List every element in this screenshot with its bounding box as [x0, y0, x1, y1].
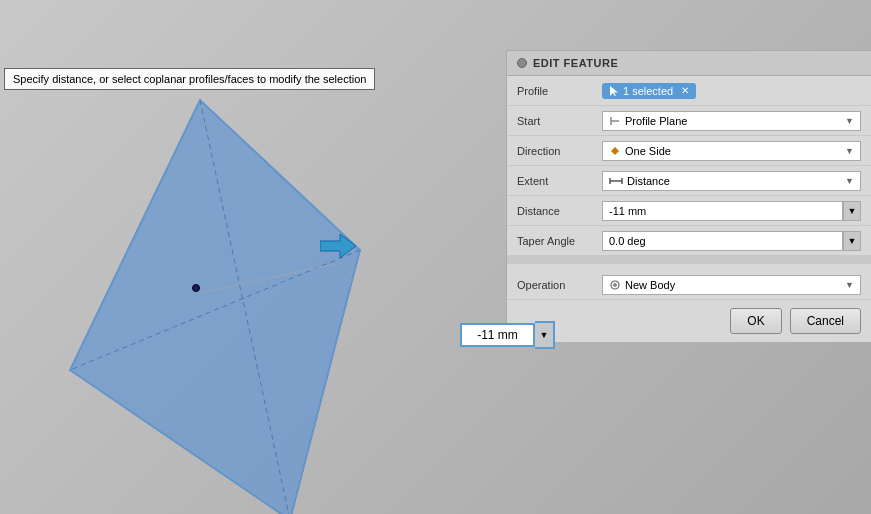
start-icon	[609, 115, 621, 127]
distance-input[interactable]: -11 mm	[602, 201, 843, 221]
direction-dropdown[interactable]: One Side ▼	[602, 141, 861, 161]
profile-label: Profile	[517, 85, 602, 97]
distance-bottom-dropdown[interactable]: ▼	[535, 321, 555, 349]
operation-dropdown[interactable]: New Body ▼	[602, 275, 861, 295]
3d-shape	[30, 80, 410, 500]
direction-row: Direction One Side ▼	[507, 136, 871, 166]
svg-marker-9	[611, 147, 619, 155]
panel-divider	[507, 256, 871, 264]
distance-label: Distance	[517, 205, 602, 217]
start-row: Start Profile Plane ▼	[507, 106, 871, 136]
direction-arrow-icon	[320, 228, 356, 271]
cancel-button[interactable]: Cancel	[790, 308, 861, 334]
operation-icon	[609, 279, 621, 291]
center-point	[192, 284, 200, 292]
profile-row: Profile 1 selected ✕	[507, 76, 871, 106]
distance-dropdown-button[interactable]: ▼	[843, 201, 861, 221]
extent-dropdown-arrow: ▼	[845, 176, 854, 186]
taper-angle-label: Taper Angle	[517, 235, 602, 247]
operation-row: Operation New Body ▼	[507, 270, 871, 300]
distance-row: Distance -11 mm ▼	[507, 196, 871, 226]
panel-header: EDIT FEATURE	[507, 51, 871, 76]
operation-dropdown-arrow: ▼	[845, 280, 854, 290]
distance-field-group: -11 mm ▼	[602, 201, 861, 221]
direction-value-container: One Side ▼	[602, 141, 861, 161]
direction-value-text: One Side	[625, 145, 671, 157]
distance-bottom-input[interactable]: -11 mm	[460, 323, 535, 347]
operation-value-text: New Body	[625, 279, 675, 291]
distance-bottom-value: -11 mm	[477, 328, 518, 342]
profile-selected-text: 1 selected	[623, 85, 673, 97]
taper-angle-value-text: 0.0 deg	[609, 235, 646, 247]
extent-label: Extent	[517, 175, 602, 187]
distance-input-bar: -11 mm ▼	[460, 321, 555, 349]
taper-angle-value-container: 0.0 deg ▼	[602, 231, 861, 251]
start-dropdown[interactable]: Profile Plane ▼	[602, 111, 861, 131]
direction-label: Direction	[517, 145, 602, 157]
start-label: Start	[517, 115, 602, 127]
taper-angle-row: Taper Angle 0.0 deg ▼	[507, 226, 871, 256]
extent-value-container: Distance ▼	[602, 171, 861, 191]
status-text: Specify distance, or select coplanar pro…	[13, 73, 366, 85]
operation-value-container: New Body ▼	[602, 275, 861, 295]
cursor-icon	[609, 85, 619, 97]
extent-row: Extent Distance ▼	[507, 166, 871, 196]
panel-title: EDIT FEATURE	[533, 57, 618, 69]
direction-icon	[609, 145, 621, 157]
taper-field-group: 0.0 deg ▼	[602, 231, 861, 251]
start-value-container: Profile Plane ▼	[602, 111, 861, 131]
ok-button[interactable]: OK	[730, 308, 781, 334]
svg-marker-4	[320, 234, 356, 258]
profile-value-container: 1 selected ✕	[602, 83, 861, 99]
panel-footer: OK Cancel	[507, 300, 871, 342]
distance-value-text: -11 mm	[609, 205, 646, 217]
svg-marker-0	[70, 100, 360, 514]
extent-value-text: Distance	[627, 175, 670, 187]
operation-label: Operation	[517, 279, 602, 291]
extent-icon	[609, 176, 623, 186]
edit-feature-panel: EDIT FEATURE Profile 1 selected ✕ Start	[506, 50, 871, 342]
panel-status-dot	[517, 58, 527, 68]
profile-close-button[interactable]: ✕	[681, 85, 689, 96]
direction-dropdown-arrow: ▼	[845, 146, 854, 156]
svg-point-14	[613, 283, 617, 287]
svg-marker-6	[610, 86, 618, 96]
taper-dropdown-button[interactable]: ▼	[843, 231, 861, 251]
extent-dropdown[interactable]: Distance ▼	[602, 171, 861, 191]
distance-value-container: -11 mm ▼	[602, 201, 861, 221]
taper-angle-input[interactable]: 0.0 deg	[602, 231, 843, 251]
status-bar: Specify distance, or select coplanar pro…	[4, 68, 375, 90]
start-dropdown-arrow: ▼	[845, 116, 854, 126]
profile-selected-badge[interactable]: 1 selected ✕	[602, 83, 696, 99]
start-value-text: Profile Plane	[625, 115, 687, 127]
